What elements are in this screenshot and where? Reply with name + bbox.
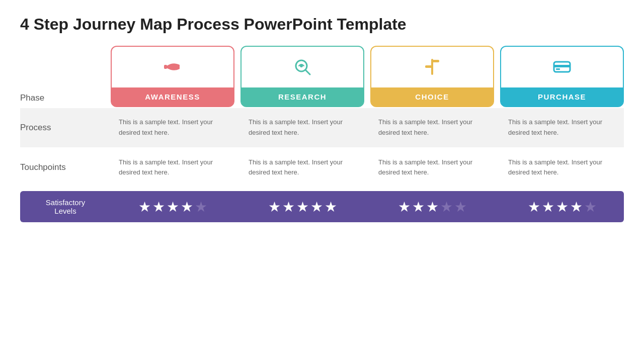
touchpoints-cells: This is a sample text. Insert your desir…	[111, 148, 624, 188]
phase-row: Phase AWARENESS	[20, 46, 624, 107]
stars-purchase: ★ ★ ★ ★ ★	[500, 196, 624, 217]
star-5: ★	[325, 199, 337, 215]
touchpoints-cell-awareness: This is a sample text. Insert your desir…	[111, 148, 234, 188]
svg-rect-8	[554, 65, 570, 67]
page-title: 4 Step Journey Map Process PowerPoint Te…	[20, 15, 624, 34]
purchase-label: PURCHASE	[501, 87, 623, 106]
satisfactory-row: SatisfactoryLevels ★ ★ ★ ★ ★ ★ ★ ★ ★ ★ ★…	[20, 191, 624, 222]
satisfactory-label: SatisfactoryLevels	[20, 191, 111, 222]
purchase-icon	[501, 47, 623, 87]
star-1: ★	[398, 199, 411, 215]
stars-research: ★ ★ ★ ★ ★	[240, 196, 364, 217]
choice-icon	[371, 47, 493, 87]
phase-columns: AWARENESS RESEARCH	[111, 46, 624, 107]
touchpoints-cell-purchase: This is a sample text. Insert your desir…	[500, 148, 624, 188]
star-2: ★	[542, 199, 554, 215]
process-cells: This is a sample text. Insert your desir…	[111, 108, 624, 147]
phase-label: Phase	[20, 93, 111, 107]
svg-rect-0	[164, 65, 167, 69]
stars-awareness: ★ ★ ★ ★ ★	[111, 196, 234, 217]
touchpoints-row: Touchpoints This is a sample text. Inser…	[20, 148, 624, 188]
star-4: ★	[181, 199, 193, 215]
research-label: RESEARCH	[242, 87, 363, 106]
choice-label: CHOICE	[371, 87, 493, 106]
research-icon	[242, 47, 363, 87]
star-4: ★	[570, 199, 583, 215]
process-label: Process	[20, 108, 111, 147]
star-2: ★	[152, 199, 165, 215]
svg-rect-5	[431, 60, 439, 62]
process-cell-choice: This is a sample text. Insert your desir…	[370, 108, 494, 147]
star-1: ★	[528, 199, 540, 215]
star-1: ★	[138, 199, 151, 215]
awareness-label: AWARENESS	[112, 87, 233, 106]
star-3: ★	[556, 199, 569, 215]
star-3: ★	[167, 199, 179, 215]
touchpoints-cell-choice: This is a sample text. Insert your desir…	[370, 148, 494, 188]
phase-card-purchase: PURCHASE	[500, 46, 624, 107]
journey-map: Phase AWARENESS	[20, 46, 624, 222]
satisfactory-stars: ★ ★ ★ ★ ★ ★ ★ ★ ★ ★ ★ ★ ★ ★ ★ ★	[111, 191, 624, 222]
awareness-icon	[112, 47, 233, 87]
star-5: ★	[584, 199, 597, 215]
phase-card-research: RESEARCH	[240, 46, 364, 107]
star-4: ★	[440, 199, 453, 215]
phase-card-choice: CHOICE	[370, 46, 494, 107]
star-2: ★	[282, 199, 295, 215]
stars-choice: ★ ★ ★ ★ ★	[370, 196, 494, 217]
touchpoints-label: Touchpoints	[20, 148, 111, 188]
svg-rect-6	[425, 65, 432, 68]
phase-card-awareness: AWARENESS	[111, 46, 234, 107]
star-3: ★	[426, 199, 439, 215]
process-row: Process This is a sample text. Insert yo…	[20, 108, 624, 147]
svg-point-3	[300, 64, 303, 67]
process-cell-research: This is a sample text. Insert your desir…	[240, 108, 364, 147]
star-5: ★	[195, 199, 207, 215]
process-cell-purchase: This is a sample text. Insert your desir…	[500, 108, 624, 147]
star-2: ★	[412, 199, 425, 215]
star-3: ★	[296, 199, 309, 215]
star-1: ★	[268, 199, 281, 215]
process-cell-awareness: This is a sample text. Insert your desir…	[111, 108, 234, 147]
star-4: ★	[310, 199, 323, 215]
star-5: ★	[454, 199, 467, 215]
touchpoints-cell-research: This is a sample text. Insert your desir…	[240, 148, 364, 188]
svg-rect-9	[556, 68, 560, 70]
svg-line-2	[305, 70, 310, 74]
